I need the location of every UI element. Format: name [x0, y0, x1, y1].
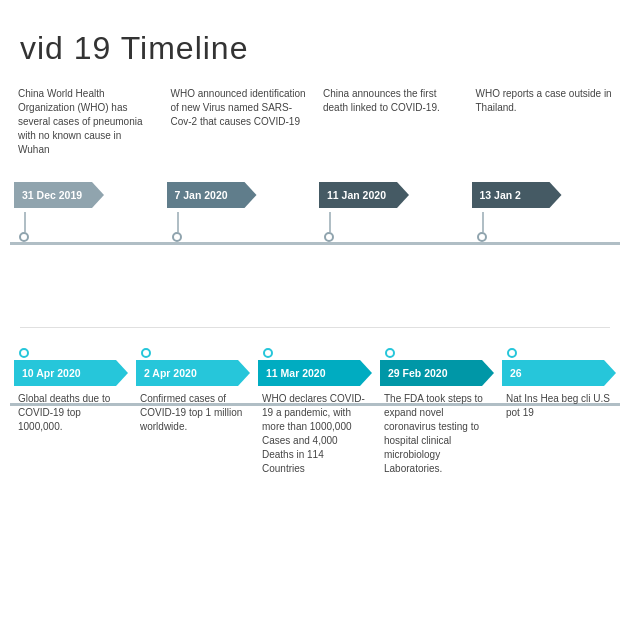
- event-label2-2: 11 Mar 2020: [258, 360, 372, 386]
- row2-event-1: 2 Apr 2020Confirmed cases of COVID-19 to…: [132, 348, 254, 476]
- row2-event-4: 26 Nat Ins Hea beg cli U.S pot 19: [498, 348, 620, 476]
- connector-1: [177, 212, 179, 232]
- dot-1: [172, 232, 182, 242]
- dot2-3: [385, 348, 395, 358]
- connector-3: [482, 212, 484, 232]
- event-text2-3: The FDA took steps to expand novel coron…: [380, 386, 494, 476]
- row1-event-0: China World Health Organization (WHO) ha…: [10, 87, 163, 242]
- event-text2-0: Global deaths due to COVID-19 top 1000,0…: [14, 386, 128, 434]
- event-text-3: WHO reports a case outside in Thailand.: [472, 87, 617, 182]
- dot2-0: [19, 348, 29, 358]
- timeline-row-2: 10 Apr 2020Global deaths due to COVID-19…: [10, 348, 620, 578]
- event-text2-1: Confirmed cases of COVID-19 top 1 millio…: [136, 386, 250, 434]
- row1-event-2: China announces the first death linked t…: [315, 87, 468, 242]
- page: vid 19 Timeline China World Health Organ…: [0, 0, 640, 640]
- dot2-2: [263, 348, 273, 358]
- event-label2-3: 29 Feb 2020: [380, 360, 494, 386]
- timeline-row-1: China World Health Organization (WHO) ha…: [10, 87, 620, 297]
- dot2-1: [141, 348, 151, 358]
- row2-event-0: 10 Apr 2020Global deaths due to COVID-19…: [10, 348, 132, 476]
- dot-0: [19, 232, 29, 242]
- dot-3: [477, 232, 487, 242]
- row2-event-3: 29 Feb 2020The FDA took steps to expand …: [376, 348, 498, 476]
- row1-events: China World Health Organization (WHO) ha…: [10, 87, 620, 242]
- event-text-2: China announces the first death linked t…: [319, 87, 464, 182]
- event-label-3: 13 Jan 2: [472, 182, 562, 208]
- event-text-0: China World Health Organization (WHO) ha…: [14, 87, 159, 182]
- row2-event-2: 11 Mar 2020WHO declares COVID-19 a pande…: [254, 348, 376, 476]
- row2-events: 10 Apr 2020Global deaths due to COVID-19…: [10, 348, 620, 476]
- event-text2-2: WHO declares COVID-19 a pandemic, with m…: [258, 386, 372, 476]
- row1-event-1: WHO announced identification of new Viru…: [163, 87, 316, 242]
- row1-event-3: WHO reports a case outside in Thailand.1…: [468, 87, 621, 242]
- event-text-1: WHO announced identification of new Viru…: [167, 87, 312, 182]
- event-label-1: 7 Jan 2020: [167, 182, 257, 208]
- dot2-4: [507, 348, 517, 358]
- event-label2-1: 2 Apr 2020: [136, 360, 250, 386]
- event-label2-0: 10 Apr 2020: [14, 360, 128, 386]
- connector-0: [24, 212, 26, 232]
- page-title: vid 19 Timeline: [20, 30, 620, 67]
- timeline-line-1: [10, 242, 620, 245]
- row-separator: [20, 327, 610, 328]
- connector-2: [329, 212, 331, 232]
- event-text2-4: Nat Ins Hea beg cli U.S pot 19: [502, 386, 616, 420]
- event-label2-4: 26: [502, 360, 616, 386]
- event-label-0: 31 Dec 2019: [14, 182, 104, 208]
- dot-2: [324, 232, 334, 242]
- event-label-2: 11 Jan 2020: [319, 182, 409, 208]
